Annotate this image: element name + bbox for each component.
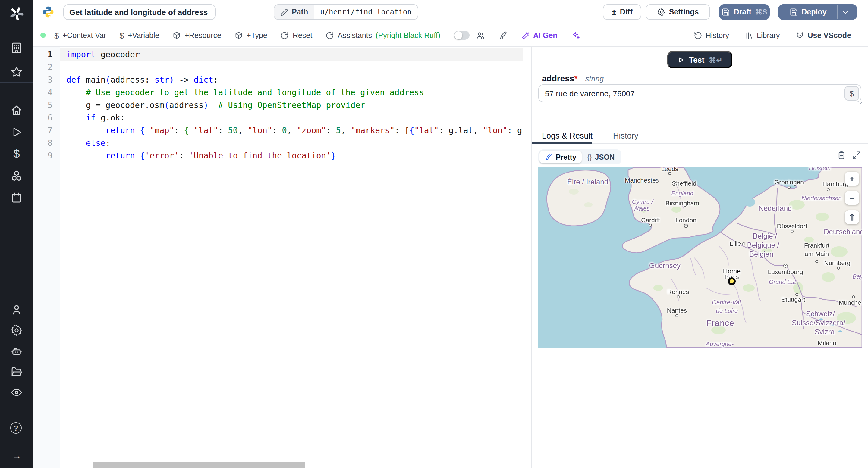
code-lines[interactable]: 1import geocoder23def main(address: str)… <box>33 48 523 162</box>
city-dot <box>684 224 688 228</box>
city-dot <box>649 224 652 227</box>
copy-result-button[interactable] <box>837 151 846 160</box>
json-view-button[interactable]: {} JSON <box>582 151 620 163</box>
runs-play-icon[interactable] <box>10 126 23 138</box>
add-variable-button[interactable]: $ +Variable <box>119 30 159 40</box>
use-vscode-button[interactable]: Use VScode <box>795 31 851 39</box>
draft-button[interactable]: Draft ⌘S <box>719 4 770 20</box>
dollar-icon: $ <box>54 30 59 40</box>
line-number[interactable]: 1 <box>33 48 60 61</box>
script-title-input[interactable] <box>63 4 216 20</box>
app-sidebar: $ ? → <box>0 0 33 468</box>
city-dot <box>837 267 840 270</box>
code-line[interactable]: 1import geocoder <box>33 48 523 61</box>
schedules-calendar-icon[interactable] <box>10 192 23 204</box>
city-dot <box>655 180 658 183</box>
city-dot <box>827 188 830 191</box>
favorites-star-icon[interactable] <box>10 66 23 78</box>
zoom-out-button[interactable]: − <box>845 191 859 205</box>
deploy-dropdown-button[interactable] <box>838 5 853 19</box>
windmill-logo[interactable] <box>8 5 25 22</box>
code-line[interactable]: 8 else: <box>33 137 523 149</box>
play-icon <box>677 56 685 64</box>
line-number[interactable]: 2 <box>33 61 60 73</box>
dollar-icon: $ <box>119 30 124 40</box>
city-dot <box>677 295 680 298</box>
draft-shortcut: ⌘S <box>755 8 767 16</box>
code-text: if g.ok: <box>60 111 125 124</box>
map-controls: +−⇧ <box>845 172 859 224</box>
history-button[interactable]: History <box>693 31 729 39</box>
reset-button[interactable]: Reset <box>281 31 312 39</box>
workspace-building-icon[interactable] <box>10 41 23 54</box>
save-icon <box>722 8 730 16</box>
library-button[interactable]: Library <box>745 31 780 39</box>
path-field[interactable]: Path u/henri/find_location <box>274 4 418 20</box>
add-resource-button[interactable]: +Resource <box>173 31 221 39</box>
tab-logs-result[interactable]: Logs & Result <box>542 128 592 144</box>
code-text: import geocoder <box>60 48 140 61</box>
code-text: return { "map": { "lat": 50, "lon": 0, "… <box>60 124 522 137</box>
code-line[interactable]: 4 # Use geocoder to get the latitude and… <box>33 86 523 99</box>
user-icon[interactable] <box>10 304 23 316</box>
result-map[interactable]: Éire / IrelandLeedsManchesterSheffieldEn… <box>538 167 862 347</box>
code-line[interactable]: 9 return {'error': 'Unable to find the l… <box>33 149 523 162</box>
sparkles-icon[interactable] <box>571 30 581 40</box>
add-type-button[interactable]: +Type <box>235 31 267 39</box>
home-icon[interactable] <box>10 104 23 117</box>
line-number[interactable]: 5 <box>33 99 60 111</box>
refresh-icon <box>281 31 289 39</box>
city-dot <box>815 260 818 263</box>
city-dot <box>674 182 677 185</box>
settings-gear-icon[interactable] <box>10 324 23 337</box>
users-icon[interactable] <box>475 30 485 40</box>
ai-gen-button[interactable]: AI Gen <box>521 31 558 39</box>
insert-variable-button[interactable]: $ <box>844 86 859 101</box>
expand-arrow-icon[interactable]: → <box>10 449 23 462</box>
code-text <box>60 61 66 73</box>
pretty-view-button[interactable]: Pretty <box>539 151 582 163</box>
diff-button[interactable]: ± Diff <box>603 4 641 20</box>
tab-history[interactable]: History <box>613 128 638 144</box>
city-dot <box>668 172 671 175</box>
assistants-button[interactable]: Assistants (Pyright Black Ruff) <box>326 31 440 39</box>
settings-button[interactable]: Settings <box>646 4 710 20</box>
variables-dollar-icon[interactable]: $ <box>10 147 23 160</box>
code-line[interactable]: 6 if g.ok: <box>33 111 523 124</box>
format-brush-icon[interactable] <box>498 30 508 40</box>
code-line[interactable]: 7 return { "map": { "lat": 50, "lon": 0,… <box>33 124 523 137</box>
add-context-var-button[interactable]: $ +Context Var <box>54 30 106 40</box>
address-input[interactable] <box>538 84 861 102</box>
home-marker[interactable] <box>728 277 736 285</box>
code-line[interactable]: 3def main(address: str) -> dict: <box>33 73 523 86</box>
up-arrow-button[interactable]: ⇧ <box>845 210 859 224</box>
audit-eye-icon[interactable] <box>10 386 23 399</box>
line-number[interactable]: 8 <box>33 137 60 149</box>
save-icon <box>789 8 798 16</box>
horizontal-scrollbar[interactable] <box>93 462 305 468</box>
line-number[interactable]: 9 <box>33 149 60 162</box>
multiplayer-toggle[interactable] <box>454 31 469 40</box>
line-number[interactable]: 7 <box>33 124 60 137</box>
code-editor[interactable]: 1import geocoder23def main(address: str)… <box>33 47 523 468</box>
test-button[interactable]: Test ⌘↵ <box>667 51 733 68</box>
code-line[interactable]: 2 <box>33 61 523 73</box>
argument-input-wrap: $ <box>538 84 861 102</box>
line-number[interactable]: 3 <box>33 73 60 86</box>
deploy-button[interactable]: Deploy <box>778 4 857 20</box>
line-number[interactable]: 6 <box>33 111 60 124</box>
folders-icon[interactable] <box>10 366 23 378</box>
code-line[interactable]: 5 g = geocoder.osm(address) # Using Open… <box>33 99 523 111</box>
help-icon[interactable]: ? <box>10 422 23 435</box>
code-text: return {'error': 'Unable to find the loc… <box>60 149 336 162</box>
sidebar-divider <box>0 82 33 82</box>
zoom-in-button[interactable]: + <box>845 172 859 186</box>
city-dot <box>675 314 678 317</box>
workers-robot-icon[interactable] <box>10 345 23 358</box>
expand-result-button[interactable] <box>852 151 861 160</box>
refresh-icon <box>326 31 334 39</box>
assistants-detail: (Pyright Black Ruff) <box>375 31 440 39</box>
resources-boxes-icon[interactable] <box>10 170 23 182</box>
run-panel: Test ⌘↵ address* string $ Logs & Result … <box>531 47 868 468</box>
line-number[interactable]: 4 <box>33 86 60 99</box>
